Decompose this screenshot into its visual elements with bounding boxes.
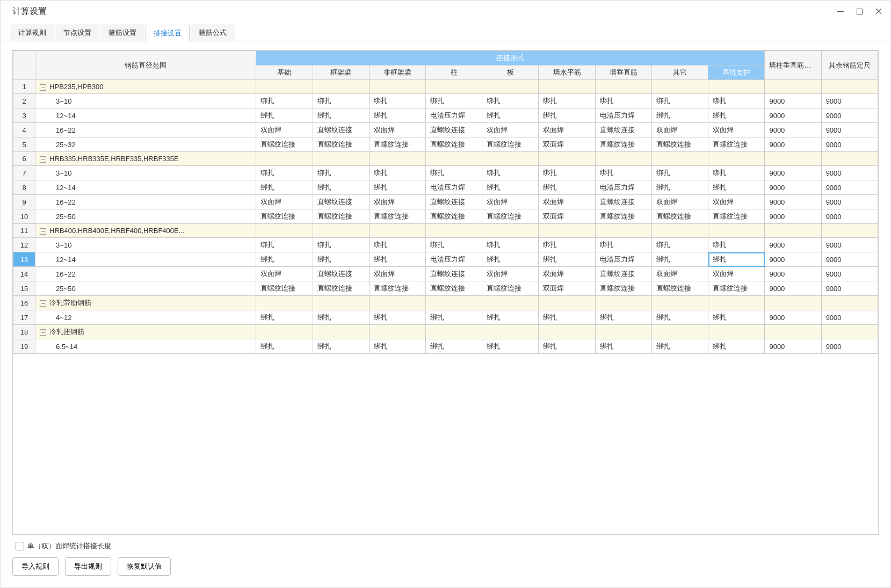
- value-cell[interactable]: 直螺纹连接: [313, 137, 369, 152]
- value-cell[interactable]: 直螺纹连接: [313, 195, 369, 209]
- value-cell[interactable]: 直螺纹连接: [426, 137, 482, 152]
- value-cell[interactable]: 直螺纹连接: [708, 209, 765, 224]
- value-cell[interactable]: [765, 325, 821, 339]
- value-cell[interactable]: 绑扎: [651, 339, 708, 354]
- value-cell[interactable]: 9000: [821, 252, 878, 267]
- export-rules-button[interactable]: 导出规则: [65, 557, 111, 576]
- row-number[interactable]: 8: [13, 180, 35, 195]
- diameter-range-cell[interactable]: −HRB335,HRB335E,HRBF335,HRBF335E: [35, 152, 256, 166]
- value-cell[interactable]: 绑扎: [539, 166, 595, 180]
- value-cell[interactable]: 绑扎: [708, 108, 765, 123]
- value-cell[interactable]: 绑扎: [482, 310, 539, 325]
- table-row[interactable]: 812~14绑扎绑扎绑扎电渣压力焊绑扎绑扎电渣压力焊绑扎绑扎90009000: [13, 180, 878, 195]
- value-cell[interactable]: 绑扎: [595, 310, 651, 325]
- value-cell[interactable]: [539, 152, 595, 166]
- value-cell[interactable]: 9000: [821, 238, 878, 252]
- value-cell[interactable]: 电渣压力焊: [595, 252, 651, 267]
- value-cell[interactable]: [651, 80, 708, 94]
- value-cell[interactable]: 绑扎: [539, 310, 595, 325]
- table-row[interactable]: 1−HPB235,HPB300: [13, 80, 878, 94]
- value-cell[interactable]: [708, 224, 765, 238]
- value-cell[interactable]: 绑扎: [708, 310, 765, 325]
- diameter-range-cell[interactable]: 16~22: [35, 267, 256, 281]
- value-cell[interactable]: 电渣压力焊: [595, 180, 651, 195]
- diameter-range-cell[interactable]: 3~10: [35, 238, 256, 252]
- value-cell[interactable]: [539, 80, 595, 94]
- value-cell[interactable]: 9000: [765, 267, 821, 281]
- value-cell[interactable]: [369, 296, 425, 310]
- value-cell[interactable]: 绑扎: [256, 108, 313, 123]
- value-cell[interactable]: 电渣压力焊: [426, 252, 482, 267]
- table-row[interactable]: 1312~14绑扎绑扎绑扎电渣压力焊绑扎绑扎电渣压力焊绑扎绑扎90009000: [13, 252, 878, 267]
- table-row[interactable]: 6−HRB335,HRB335E,HRBF335,HRBF335E: [13, 152, 878, 166]
- value-cell[interactable]: [708, 152, 765, 166]
- value-cell[interactable]: [369, 325, 425, 339]
- value-cell[interactable]: 绑扎: [313, 180, 369, 195]
- value-cell[interactable]: 绑扎: [539, 108, 595, 123]
- value-cell[interactable]: 绑扎: [256, 238, 313, 252]
- value-cell[interactable]: 直螺纹连接: [595, 267, 651, 281]
- value-cell[interactable]: 双面焊: [256, 195, 313, 209]
- value-cell[interactable]: [708, 80, 765, 94]
- table-row[interactable]: 16−冷轧带肋钢筋: [13, 296, 878, 310]
- value-cell[interactable]: 绑扎: [482, 166, 539, 180]
- value-cell[interactable]: 绑扎: [369, 339, 425, 354]
- value-cell[interactable]: [595, 152, 651, 166]
- value-cell[interactable]: 绑扎: [426, 94, 482, 108]
- value-cell[interactable]: 绑扎: [313, 166, 369, 180]
- value-cell[interactable]: 9000: [821, 166, 878, 180]
- value-cell[interactable]: 直螺纹连接: [426, 209, 482, 224]
- value-cell[interactable]: 直螺纹连接: [426, 123, 482, 137]
- value-cell[interactable]: [482, 152, 539, 166]
- value-cell[interactable]: 双面焊: [708, 267, 765, 281]
- diameter-range-cell[interactable]: 3~10: [35, 94, 256, 108]
- diameter-range-cell[interactable]: 6.5~14: [35, 339, 256, 354]
- value-cell[interactable]: 9000: [821, 339, 878, 354]
- value-cell[interactable]: 直螺纹连接: [426, 267, 482, 281]
- value-cell[interactable]: [313, 224, 369, 238]
- value-cell[interactable]: 直螺纹连接: [369, 281, 425, 296]
- value-cell[interactable]: 双面焊: [651, 195, 708, 209]
- value-cell[interactable]: 9000: [821, 94, 878, 108]
- value-cell[interactable]: 绑扎: [651, 238, 708, 252]
- value-cell[interactable]: 绑扎: [482, 94, 539, 108]
- value-cell[interactable]: [595, 224, 651, 238]
- table-row[interactable]: 73~10绑扎绑扎绑扎绑扎绑扎绑扎绑扎绑扎绑扎90009000: [13, 166, 878, 180]
- value-cell[interactable]: [765, 296, 821, 310]
- tab-node-settings[interactable]: 节点设置: [55, 24, 99, 41]
- row-number[interactable]: 10: [13, 209, 35, 224]
- row-number[interactable]: 14: [13, 267, 35, 281]
- reset-defaults-button[interactable]: 恢复默认值: [118, 557, 171, 576]
- table-row[interactable]: 1525~50直螺纹连接直螺纹连接直螺纹连接直螺纹连接直螺纹连接双面焊直螺纹连接…: [13, 281, 878, 296]
- value-cell[interactable]: 直螺纹连接: [369, 137, 425, 152]
- value-cell[interactable]: [708, 296, 765, 310]
- value-cell[interactable]: 9000: [765, 180, 821, 195]
- table-row[interactable]: 123~10绑扎绑扎绑扎绑扎绑扎绑扎绑扎绑扎绑扎90009000: [13, 238, 878, 252]
- value-cell[interactable]: 绑扎: [256, 310, 313, 325]
- value-cell[interactable]: 9000: [765, 108, 821, 123]
- value-cell[interactable]: 双面焊: [482, 123, 539, 137]
- value-cell[interactable]: 直螺纹连接: [595, 123, 651, 137]
- value-cell[interactable]: [256, 224, 313, 238]
- value-cell[interactable]: 直螺纹连接: [595, 281, 651, 296]
- diameter-range-cell[interactable]: −HRB400,HRB400E,HRBF400,HRBF400E...: [35, 224, 256, 238]
- diameter-range-cell[interactable]: 12~14: [35, 252, 256, 267]
- table-row[interactable]: 1416~22双面焊直螺纹连接双面焊直螺纹连接双面焊双面焊直螺纹连接双面焊双面焊…: [13, 267, 878, 281]
- value-cell[interactable]: 9000: [821, 281, 878, 296]
- value-cell[interactable]: 9000: [765, 252, 821, 267]
- value-cell[interactable]: 9000: [765, 339, 821, 354]
- value-cell[interactable]: 9000: [821, 137, 878, 152]
- value-cell[interactable]: 双面焊: [539, 281, 595, 296]
- value-cell[interactable]: 9000: [765, 166, 821, 180]
- diameter-range-cell[interactable]: 25~50: [35, 281, 256, 296]
- value-cell[interactable]: 绑扎: [369, 310, 425, 325]
- table-row[interactable]: 11−HRB400,HRB400E,HRBF400,HRBF400E...: [13, 224, 878, 238]
- value-cell[interactable]: 绑扎: [482, 108, 539, 123]
- row-number[interactable]: 4: [13, 123, 35, 137]
- value-cell[interactable]: [313, 296, 369, 310]
- row-number[interactable]: 15: [13, 281, 35, 296]
- value-cell[interactable]: 绑扎: [482, 339, 539, 354]
- value-cell[interactable]: [482, 80, 539, 94]
- value-cell[interactable]: 直螺纹连接: [426, 195, 482, 209]
- table-row[interactable]: 916~22双面焊直螺纹连接双面焊直螺纹连接双面焊双面焊直螺纹连接双面焊双面焊9…: [13, 195, 878, 209]
